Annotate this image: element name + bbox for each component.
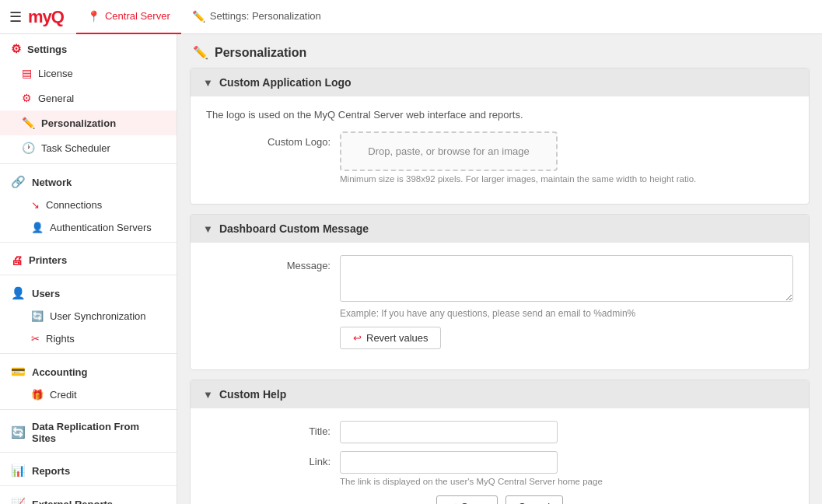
sidebar-section-reports[interactable]: 📊 Reports — [0, 456, 177, 482]
sidebar-section-accounting[interactable]: 💳 Accounting — [0, 357, 177, 383]
logo-form-row: Custom Logo: Drop, paste, or browse for … — [206, 131, 793, 184]
accounting-icon: 💳 — [11, 365, 26, 379]
collapse-icon-logo: ▼ — [203, 77, 213, 89]
users-icon: 👤 — [11, 286, 26, 300]
help-link-hint: The link is displayed on the user's MyQ … — [340, 477, 793, 486]
tab-central-server-label: Central Server — [105, 10, 170, 22]
sidebar-section-printers[interactable]: 🖨 Printers — [0, 246, 177, 271]
task-scheduler-icon: 🕐 — [22, 142, 35, 154]
menu-icon[interactable]: ☰ — [9, 9, 22, 26]
myq-logo: myQ — [28, 7, 64, 27]
sidebar-item-credit[interactable]: 🎁 Credit — [0, 383, 177, 406]
tab-settings-personalization[interactable]: ✏️ Settings: Personalization — [181, 0, 332, 34]
drop-zone-text: Drop, paste, or browse for an image — [368, 145, 529, 157]
sidebar-item-authentication-servers-label: Authentication Servers — [50, 222, 152, 233]
cancel-button-label: Cancel — [519, 501, 550, 504]
section-dashboard-message-header[interactable]: ▼ Dashboard Custom Message — [191, 215, 809, 243]
sidebar-section-network-label: Network — [32, 177, 72, 188]
sidebar-item-authentication-servers[interactable]: 👤 Authentication Servers — [0, 216, 177, 239]
section-dashboard-message: ▼ Dashboard Custom Message Message: Exam… — [190, 214, 810, 370]
personalization-icon: ✏️ — [22, 117, 35, 129]
sidebar-item-task-scheduler-label: Task Scheduler — [41, 142, 110, 154]
save-button[interactable]: ✓ Save — [436, 495, 498, 504]
divider-5 — [0, 409, 177, 410]
location-icon: 📍 — [87, 10, 100, 23]
sidebar-item-personalization-label: Personalization — [41, 117, 116, 129]
sidebar-section-users[interactable]: 👤 Users — [0, 278, 177, 305]
sidebar-item-license-label: License — [38, 68, 73, 79]
section-custom-app-logo: ▼ Custom Application Logo The logo is us… — [190, 68, 810, 205]
help-link-form-row: Link: The link is displayed on the user'… — [206, 451, 793, 486]
sidebar-section-data-replication-label: Data Replication From Sites — [32, 421, 166, 444]
sidebar-item-connections[interactable]: ↘ Connections — [0, 194, 177, 216]
cancel-button[interactable]: Cancel — [505, 495, 563, 504]
pencil-icon: ✏️ — [192, 10, 205, 23]
reports-icon: 📊 — [11, 464, 26, 478]
logo-form-control: Drop, paste, or browse for an image Mini… — [340, 131, 793, 184]
collapse-icon-help: ▼ — [203, 389, 213, 401]
action-buttons-row: ✓ Save Cancel — [206, 495, 793, 504]
message-label: Message: — [206, 255, 331, 271]
page-header: ✏️ Personalization — [177, 34, 822, 68]
revert-icon: ↩ — [353, 332, 362, 344]
divider-2 — [0, 242, 177, 243]
section-custom-app-logo-body: The logo is used on the MyQ Central Serv… — [191, 96, 809, 204]
divider-7 — [0, 485, 177, 486]
help-link-form-control: The link is displayed on the user's MyQ … — [340, 451, 793, 486]
sidebar-item-connections-label: Connections — [46, 199, 102, 211]
sidebar-section-users-label: Users — [32, 288, 60, 299]
settings-icon: ⚙ — [11, 42, 21, 56]
logo-text: myQ — [28, 7, 64, 27]
sidebar-item-rights[interactable]: ✂ Rights — [0, 327, 177, 350]
main-layout: ⚙ Settings ▤ License ⚙ General ✏️ Person… — [0, 34, 822, 504]
revert-values-button[interactable]: ↩ Revert values — [340, 327, 441, 349]
section-custom-help-header[interactable]: ▼ Custom Help — [191, 380, 809, 408]
help-title-input[interactable] — [340, 421, 558, 443]
divider-3 — [0, 275, 177, 275]
help-title-form-row: Title: — [206, 421, 793, 443]
logo-drop-zone[interactable]: Drop, paste, or browse for an image — [340, 131, 558, 171]
sidebar-section-external-reports-label: External Reports — [32, 499, 113, 505]
sidebar-section-accounting-label: Accounting — [32, 366, 88, 378]
logo-hint: Minimum size is 398x92 pixels. For large… — [340, 174, 793, 184]
sidebar-item-credit-label: Credit — [50, 389, 77, 401]
sidebar-section-printers-label: Printers — [29, 254, 67, 266]
logo-description: The logo is used on the MyQ Central Serv… — [206, 109, 793, 121]
page-title: Personalization — [215, 46, 306, 60]
external-reports-icon: 📈 — [11, 497, 26, 504]
message-form-row: Message: Example: If you have any questi… — [206, 255, 793, 349]
sidebar-section-external-reports[interactable]: 📈 External Reports — [0, 489, 177, 504]
sidebar-item-user-sync[interactable]: 🔄 User Synchronization — [0, 305, 177, 327]
section-custom-help-body: Title: Link: The link is displayed on th… — [191, 408, 809, 504]
section-dashboard-message-title: Dashboard Custom Message — [219, 222, 369, 235]
printers-icon: 🖨 — [11, 254, 23, 267]
credit-icon: 🎁 — [31, 389, 44, 401]
sidebar-item-general-label: General — [38, 93, 74, 104]
section-custom-app-logo-header[interactable]: ▼ Custom Application Logo — [191, 68, 809, 96]
sidebar-item-license[interactable]: ▤ License — [0, 61, 177, 86]
sidebar-section-network[interactable]: 🔗 Network — [0, 167, 177, 194]
sidebar-item-personalization[interactable]: ✏️ Personalization — [0, 110, 177, 135]
check-icon: ✓ — [449, 501, 458, 504]
tab-settings-personalization-label: Settings: Personalization — [210, 10, 321, 22]
sidebar-item-general[interactable]: ⚙ General — [0, 86, 177, 110]
logo-label: Custom Logo: — [206, 131, 331, 148]
topbar: ☰ myQ 📍 Central Server ✏️ Settings: Pers… — [0, 0, 822, 34]
license-icon: ▤ — [22, 67, 32, 79]
user-sync-icon: 🔄 — [31, 310, 44, 322]
revert-row: ↩ Revert values — [340, 327, 793, 349]
message-input[interactable] — [340, 255, 793, 302]
message-form-control: Example: If you have any questions, plea… — [340, 255, 793, 349]
tab-central-server[interactable]: 📍 Central Server — [76, 0, 181, 34]
content-area: ✏️ Personalization ▼ Custom Application … — [177, 34, 822, 504]
help-title-form-control — [340, 421, 793, 443]
sidebar-item-rights-label: Rights — [46, 333, 75, 345]
section-custom-app-logo-title: Custom Application Logo — [219, 76, 352, 89]
data-replication-icon: 🔄 — [11, 425, 26, 439]
divider-4 — [0, 353, 177, 354]
sidebar-section-data-replication[interactable]: 🔄 Data Replication From Sites — [0, 413, 177, 449]
network-icon: 🔗 — [11, 175, 26, 189]
sidebar-item-task-scheduler[interactable]: 🕐 Task Scheduler — [0, 135, 177, 160]
help-link-input[interactable] — [340, 451, 558, 474]
sidebar-section-settings[interactable]: ⚙ Settings — [0, 34, 177, 61]
